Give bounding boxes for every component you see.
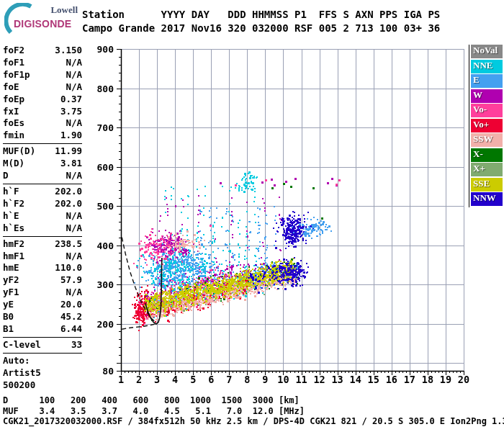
param-row: yF1N/A bbox=[3, 287, 82, 299]
y-tick-label: 300 bbox=[89, 279, 114, 290]
param-label: yF1 bbox=[3, 287, 19, 299]
param-value: N/A bbox=[66, 170, 82, 182]
param-row: DN/A bbox=[3, 170, 82, 182]
param-row: h`F2202.0 bbox=[3, 198, 82, 210]
param-value: N/A bbox=[66, 251, 82, 263]
param-label: foF1 bbox=[3, 57, 24, 69]
param-value: 33 bbox=[71, 339, 82, 351]
param-label: fxI bbox=[3, 106, 19, 118]
param-row: foF23.150 bbox=[3, 45, 82, 57]
param-label: hmF2 bbox=[3, 238, 24, 251]
legend-item-nnw: NNW bbox=[471, 192, 503, 206]
x-tick-label: 4 bbox=[166, 374, 184, 385]
legend-item-sse: SSE bbox=[471, 178, 503, 192]
legend-item-noval: NoVal bbox=[471, 45, 503, 58]
lowell-digisonde-logo: Lowell DIGISONDE bbox=[4, 3, 81, 36]
legend-item-x: X- bbox=[471, 148, 503, 162]
param-value: 202.0 bbox=[55, 186, 82, 198]
param-label: h`E bbox=[3, 210, 19, 222]
header-columns-line: Station YYYY DAY DDD HHMMSS P1 FFS S AXN… bbox=[82, 8, 440, 22]
param-row: B045.2 bbox=[3, 311, 82, 323]
header-values-line: Campo Grande 2017 Nov16 320 032000 RSF 0… bbox=[82, 22, 440, 35]
param-row: foEN/A bbox=[3, 81, 82, 94]
panel-footer-line: Artist5 bbox=[3, 367, 82, 379]
legend-item-nne: NNE bbox=[471, 60, 503, 73]
param-value: 6.44 bbox=[60, 323, 82, 336]
x-tick-label: 16 bbox=[382, 374, 401, 385]
x-tick-label: 11 bbox=[292, 374, 311, 385]
x-tick-label: 3 bbox=[148, 374, 166, 385]
param-value: N/A bbox=[66, 287, 82, 299]
param-label: yF2 bbox=[3, 274, 19, 287]
param-label: C-level bbox=[3, 339, 41, 351]
station-header: Station YYYY DAY DDD HHMMSS P1 FFS S AXN… bbox=[82, 8, 440, 35]
x-tick-label: 7 bbox=[220, 374, 238, 385]
x-tick-label: 19 bbox=[436, 374, 455, 385]
param-label: foF1p bbox=[3, 69, 30, 81]
x-tick-label: 2 bbox=[130, 374, 148, 385]
param-row: foEp0.37 bbox=[3, 94, 82, 106]
x-tick-label: 17 bbox=[400, 374, 419, 385]
x-tick-label: 20 bbox=[454, 374, 473, 385]
legend-item-vo: Vo- bbox=[471, 104, 503, 117]
panel-separator bbox=[3, 353, 82, 354]
direction-legend: NoValNNEEWVo-Vo+SSWX-X+SSENNW bbox=[469, 45, 503, 207]
panel-separator bbox=[3, 236, 82, 237]
param-value: 3.81 bbox=[60, 158, 82, 170]
digisonde-ionogram-screen: Lowell DIGISONDE Station YYYY DAY DDD HH… bbox=[0, 0, 504, 432]
x-tick-label: 13 bbox=[328, 374, 347, 385]
param-row: h`EN/A bbox=[3, 210, 82, 222]
param-row: hmF1N/A bbox=[3, 251, 82, 263]
param-row: hmF2238.5 bbox=[3, 238, 82, 251]
param-value: 1.90 bbox=[60, 130, 82, 142]
param-value: N/A bbox=[66, 81, 82, 94]
param-label: hmF1 bbox=[3, 251, 24, 263]
param-row: hmE110.0 bbox=[3, 262, 82, 274]
param-row: M(D)3.81 bbox=[3, 158, 82, 170]
param-value: 20.0 bbox=[60, 299, 82, 311]
param-value: 3.150 bbox=[55, 45, 82, 57]
logo-digisonde-text: DIGISONDE bbox=[14, 18, 71, 30]
param-value: 11.99 bbox=[55, 145, 82, 158]
param-label: D bbox=[3, 170, 9, 182]
x-tick-label: 9 bbox=[256, 374, 274, 385]
param-value: 238.5 bbox=[55, 238, 82, 251]
x-tick-label: 5 bbox=[184, 374, 202, 385]
param-label: B0 bbox=[3, 311, 14, 323]
param-value: 57.9 bbox=[60, 274, 82, 287]
param-value: N/A bbox=[66, 117, 82, 130]
y-tick-label: 500 bbox=[89, 201, 114, 212]
panel-separator bbox=[3, 337, 82, 338]
y-tick-label: 600 bbox=[89, 162, 114, 173]
muf-row: MUF 3.4 3.5 3.7 4.0 4.5 5.1 7.0 12.0 [MH… bbox=[3, 406, 504, 417]
param-row: h`EsN/A bbox=[3, 222, 82, 235]
param-label: MUF(D) bbox=[3, 145, 35, 158]
param-value: N/A bbox=[66, 210, 82, 222]
param-value: 110.0 bbox=[55, 262, 82, 274]
param-label: hmE bbox=[3, 262, 19, 274]
x-tick-label: 18 bbox=[418, 374, 437, 385]
x-tick-label: 15 bbox=[364, 374, 383, 385]
footer-info: D 100 200 400 600 800 1000 1500 3000 [km… bbox=[3, 395, 504, 427]
legend-item-ssw: SSW bbox=[471, 133, 503, 147]
legend-item-w: W bbox=[471, 89, 503, 103]
param-row: fxI3.75 bbox=[3, 106, 82, 118]
x-tick-label: 1 bbox=[112, 374, 130, 385]
x-tick-label: 10 bbox=[274, 374, 292, 385]
y-tick-label: 80 bbox=[89, 366, 114, 377]
param-label: h`F bbox=[3, 186, 19, 198]
legend-item-vo: Vo+ bbox=[471, 119, 503, 132]
param-value: N/A bbox=[66, 69, 82, 81]
x-tick-label: 6 bbox=[202, 374, 220, 385]
panel-separator bbox=[3, 184, 82, 184]
panel-footer-line: Auto: bbox=[3, 355, 82, 367]
param-value: 202.0 bbox=[55, 198, 82, 210]
param-label: M(D) bbox=[3, 158, 24, 170]
param-row: MUF(D)11.99 bbox=[3, 145, 82, 158]
param-value: 0.37 bbox=[60, 94, 82, 106]
param-label: foE bbox=[3, 81, 19, 94]
legend-item-e: E bbox=[471, 74, 503, 88]
param-label: fmin bbox=[3, 130, 24, 142]
param-value: 3.75 bbox=[60, 106, 82, 118]
param-value: N/A bbox=[66, 222, 82, 235]
